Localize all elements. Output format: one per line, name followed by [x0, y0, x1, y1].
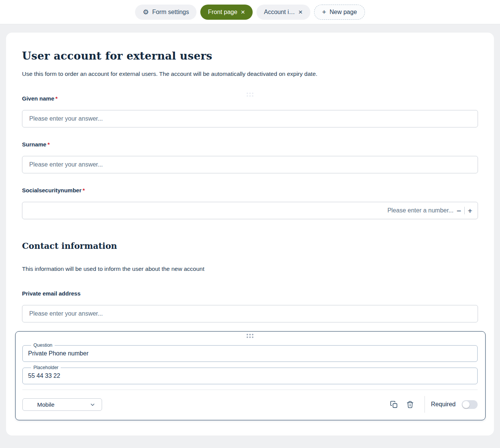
page-tab-bar: ⚙ Form settings Front page × Account i… …	[0, 0, 500, 24]
answer-input[interactable]	[22, 110, 478, 127]
question-text-field: Question	[22, 343, 478, 362]
question-private-email[interactable]: Private email address	[22, 290, 478, 322]
question-label-text: Surname	[22, 141, 46, 148]
required-label: Required	[431, 401, 456, 408]
question-given-name[interactable]: Given name*	[22, 93, 478, 127]
drag-handle-icon[interactable]	[22, 334, 478, 338]
close-icon[interactable]: ×	[241, 8, 245, 16]
question-text-input[interactable]	[28, 349, 472, 357]
close-icon[interactable]: ×	[299, 8, 303, 16]
form-canvas: User account for external users Use this…	[6, 33, 494, 435]
form-description[interactable]: Use this form to order an account for ex…	[22, 71, 478, 77]
tab-front-page-label: Front page	[208, 9, 237, 16]
question-field-label: Question	[31, 343, 55, 348]
divider	[425, 396, 425, 413]
increment-icon[interactable]: +	[468, 207, 472, 215]
gear-icon: ⚙	[143, 9, 149, 16]
question-socialsecuritynumber[interactable]: Socialsecuritynumber* Please enter a num…	[22, 187, 478, 219]
number-placeholder: Please enter a number...	[387, 207, 453, 214]
question-label-text: Socialsecuritynumber	[22, 187, 82, 193]
required-asterisk: *	[55, 95, 58, 102]
question-label: Socialsecuritynumber*	[22, 187, 478, 193]
delete-question-button[interactable]	[406, 401, 414, 409]
decrement-icon[interactable]: −	[456, 207, 461, 215]
answer-input[interactable]	[22, 305, 478, 322]
trash-icon	[406, 401, 414, 409]
section-note[interactable]: This information will be used to inform …	[22, 266, 478, 272]
chevron-down-icon	[90, 402, 96, 408]
divider	[464, 207, 465, 214]
required-asterisk: *	[83, 187, 85, 193]
new-page-label: New page	[330, 9, 357, 16]
editor-controls: Mobile	[22, 396, 478, 413]
placeholder-field-label: Placeholder	[31, 365, 61, 370]
copy-icon	[390, 401, 398, 409]
divider	[22, 390, 478, 390]
question-label: Surname*	[22, 141, 478, 148]
required-toggle[interactable]	[462, 400, 478, 409]
question-label-text: Given name	[22, 95, 54, 102]
placeholder-text-input[interactable]	[28, 371, 472, 379]
question-surname[interactable]: Surname*	[22, 141, 478, 173]
question-type-select[interactable]: Mobile	[22, 398, 102, 411]
selected-question-editor[interactable]: Question Placeholder Mobile	[15, 331, 486, 420]
section-heading[interactable]: Contact information	[22, 241, 478, 251]
duplicate-question-button[interactable]	[390, 401, 398, 409]
tab-front-page[interactable]: Front page ×	[200, 5, 253, 20]
placeholder-text-field: Placeholder	[22, 365, 478, 384]
question-label: Private email address	[22, 290, 478, 297]
form-settings-label: Form settings	[152, 9, 189, 16]
new-page-button[interactable]: + New page	[314, 5, 365, 20]
toggle-knob	[462, 401, 470, 408]
tab-account-info[interactable]: Account i… ×	[256, 5, 310, 20]
answer-input[interactable]	[22, 156, 478, 173]
tab-account-info-label: Account i…	[264, 9, 295, 16]
question-type-value: Mobile	[37, 401, 55, 408]
required-asterisk: *	[47, 141, 50, 148]
plus-icon: +	[322, 8, 326, 16]
drag-handle-icon[interactable]	[247, 93, 253, 97]
editor-actions: Required	[390, 396, 478, 413]
form-settings-button[interactable]: ⚙ Form settings	[135, 5, 197, 20]
number-input[interactable]: Please enter a number... − +	[22, 202, 478, 219]
form-title[interactable]: User account for external users	[22, 33, 478, 62]
